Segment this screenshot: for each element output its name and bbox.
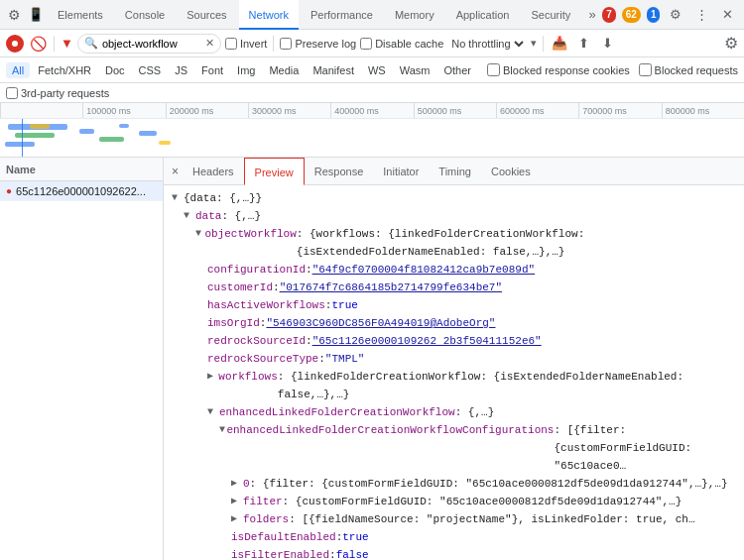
- collapse-13[interactable]: ▶: [231, 493, 243, 510]
- collapse-2[interactable]: ▼: [195, 225, 204, 243]
- tab-application[interactable]: Application: [446, 0, 520, 30]
- disable-cache-label[interactable]: Disable cache: [360, 38, 443, 50]
- ruler-4: 400000 ms: [330, 103, 413, 118]
- filter-media[interactable]: Media: [263, 62, 305, 78]
- tab-timing[interactable]: Timing: [429, 158, 481, 185]
- record-button[interactable]: [6, 35, 24, 53]
- filter-toolbar: All Fetch/XHR Doc CSS JS Font Img Media …: [0, 57, 744, 83]
- third-party-checkbox[interactable]: [6, 87, 18, 99]
- collapse-10[interactable]: ▼: [207, 403, 219, 421]
- device-icon[interactable]: 📱: [26, 5, 46, 25]
- collapse-1[interactable]: ▼: [184, 207, 195, 225]
- request-list: Name ● 65c1126e000001092622...: [0, 158, 164, 560]
- tab-security[interactable]: Security: [521, 0, 580, 30]
- filter-ws[interactable]: WS: [362, 62, 392, 78]
- filter-font[interactable]: Font: [195, 62, 229, 78]
- more-options-icon[interactable]: ⋮: [691, 5, 711, 25]
- blocked-requests-label[interactable]: Blocked requests: [639, 63, 738, 76]
- tab-preview[interactable]: Preview: [244, 158, 305, 185]
- timeline-bar-6: [99, 137, 124, 142]
- detail-panel: × Headers Preview Response Initiator Tim…: [164, 158, 744, 560]
- export-icon[interactable]: ⬆: [573, 34, 593, 54]
- third-party-row: 3rd-party requests: [0, 83, 744, 103]
- collapse-14[interactable]: ▶: [231, 510, 243, 528]
- collapse-0[interactable]: ▼: [172, 189, 184, 207]
- devtools-icon[interactable]: ⚙: [4, 5, 24, 25]
- filter-doc[interactable]: Doc: [99, 62, 131, 78]
- tab-cookies[interactable]: Cookies: [481, 158, 541, 185]
- blocked-response-label[interactable]: Blocked response cookies: [487, 63, 630, 76]
- ruler-3: 300000 ms: [248, 103, 330, 118]
- timeline-bar-9: [159, 141, 171, 145]
- ruler-8: 800000 ms: [662, 103, 744, 118]
- json-line-2: ▼ objectWorkflow: {workflows: {linkedFol…: [172, 225, 736, 261]
- invert-checkbox[interactable]: [225, 38, 237, 50]
- close-devtools-icon[interactable]: ✕: [717, 5, 737, 25]
- import-icon[interactable]: 📥: [550, 34, 569, 54]
- warning-badge: 62: [622, 7, 641, 23]
- request-name-0: 65c1126e000001092622...: [16, 185, 146, 197]
- collapse-11[interactable]: ▼: [219, 421, 226, 439]
- throttle-dropdown-icon[interactable]: ▾: [531, 37, 537, 50]
- blocked-requests-checkbox[interactable]: [639, 63, 652, 76]
- filter-manifest[interactable]: Manifest: [307, 62, 360, 78]
- tab-response[interactable]: Response: [305, 158, 374, 185]
- request-error-icon: ●: [6, 185, 12, 196]
- tab-network[interactable]: Network: [239, 0, 299, 30]
- json-line-9: ▶ workflows: {linkedFolderCreationWorkfl…: [172, 368, 736, 403]
- third-party-label[interactable]: 3rd-party requests: [6, 87, 109, 99]
- disable-cache-checkbox[interactable]: [360, 38, 372, 50]
- json-line-0: ▼ {data: {,…}}: [172, 189, 736, 207]
- json-line-16: isFilterEnabled: false: [172, 546, 736, 560]
- search-input[interactable]: [102, 38, 201, 50]
- download-icon[interactable]: ⬇: [597, 34, 617, 54]
- clear-button[interactable]: 🚫: [28, 34, 48, 54]
- tab-headers[interactable]: Headers: [183, 158, 244, 185]
- tab-elements[interactable]: Elements: [48, 0, 113, 30]
- request-item-0[interactable]: ● 65c1126e000001092622...: [0, 181, 163, 201]
- timeline: 100000 ms 200000 ms 300000 ms 400000 ms …: [0, 103, 744, 158]
- search-box: 🔍 ✕: [77, 34, 221, 54]
- json-line-7: redrockSourceId: "65c1126e0000109262 2b3…: [172, 332, 736, 350]
- filter-all[interactable]: All: [6, 62, 30, 78]
- filter-img[interactable]: Img: [231, 62, 261, 78]
- clear-search-icon[interactable]: ✕: [205, 37, 214, 50]
- json-line-13: ▶ filter: {customFormFieldGUID: "65c10ac…: [172, 493, 736, 510]
- ruler-6: 600000 ms: [496, 103, 578, 118]
- filter-wasm[interactable]: Wasm: [394, 62, 436, 78]
- blocked-response-checkbox[interactable]: [487, 63, 500, 76]
- separator-3: [543, 36, 544, 52]
- timeline-bars: [0, 119, 744, 158]
- json-line-14: ▶ folders: [{fieldNameSource: "projectNa…: [172, 510, 736, 528]
- collapse-12[interactable]: ▶: [231, 475, 243, 493]
- filter-css[interactable]: CSS: [133, 62, 168, 78]
- collapse-9[interactable]: ▶: [207, 368, 218, 386]
- json-line-3: configurationId: "64f9cf0700004f81082412…: [172, 261, 736, 279]
- more-tabs-icon[interactable]: »: [582, 5, 602, 25]
- network-settings-icon[interactable]: ⚙: [724, 34, 738, 53]
- tab-initiator[interactable]: Initiator: [373, 158, 429, 185]
- json-line-5: hasActiveWorkflows: true: [172, 296, 736, 314]
- invert-checkbox-label[interactable]: Invert: [225, 38, 268, 50]
- tab-sources[interactable]: Sources: [177, 0, 236, 30]
- filter-icon[interactable]: ▼: [61, 36, 73, 51]
- preserve-log-label[interactable]: Preserve log: [280, 38, 356, 50]
- tab-memory[interactable]: Memory: [385, 0, 444, 30]
- tab-console[interactable]: Console: [115, 0, 175, 30]
- separator-1: [54, 36, 55, 52]
- preserve-log-checkbox[interactable]: [280, 38, 292, 50]
- close-detail-button[interactable]: ×: [168, 165, 183, 178]
- filter-other[interactable]: Other: [437, 62, 477, 78]
- timeline-bar-5: [79, 129, 94, 134]
- tab-performance[interactable]: Performance: [301, 0, 383, 30]
- json-line-11: ▼ enhancedLinkedFolderCreationWorkflowCo…: [172, 421, 736, 475]
- settings-icon[interactable]: ⚙: [666, 5, 685, 25]
- throttle-select[interactable]: No throttling: [447, 37, 527, 51]
- filter-js[interactable]: JS: [169, 62, 193, 78]
- json-line-12: ▶ 0: {filter: {customFormFieldGUID: "65c…: [172, 475, 736, 493]
- filter-fetch-xhr[interactable]: Fetch/XHR: [32, 62, 97, 78]
- info-badge: 1: [647, 7, 661, 23]
- timeline-ruler: 100000 ms 200000 ms 300000 ms 400000 ms …: [0, 103, 744, 119]
- json-line-6: imsOrgId: "546903C960DC856F0A494019@Adob…: [172, 314, 736, 332]
- separator-2: [273, 36, 274, 52]
